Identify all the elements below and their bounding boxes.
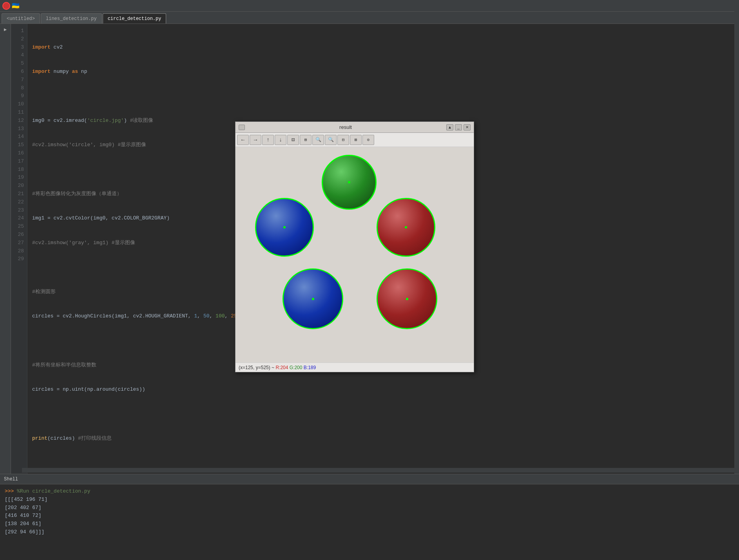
fit-window-button[interactable]: ⊡ [287, 135, 299, 145]
shell-output: [[[452 196 71] [202 402 67] [416 410 72]… [5, 496, 734, 536]
shell-section: Shell >>> %Run circle_detection.py [[[45… [0, 474, 739, 560]
shell-command: %Run circle_detection.py [17, 488, 90, 494]
result-menu-button[interactable] [239, 125, 245, 130]
code-line-18 [32, 459, 739, 467]
code-line-17: print(circles) #打印线段信息 [32, 435, 739, 443]
status-r-value: R:204 [275, 365, 288, 370]
status-b-value: B:189 [304, 365, 316, 370]
up-button[interactable]: ↑ [262, 135, 274, 145]
shell-prompt-line: >>> %Run circle_detection.py [5, 488, 734, 496]
sidebar-collapse-arrow[interactable]: ▶ [3, 25, 8, 34]
horizontal-scrollbar[interactable] [22, 468, 739, 473]
tab-untitled[interactable]: <untitled> [2, 13, 40, 24]
result-window: result ▲ _ ✕ ← → ↑ ↓ ⊡ ⊞ 🔍 🔍 ⊟ ⊠ ⊙ [235, 121, 474, 372]
code-line-16 [32, 410, 739, 418]
code-line-3 [32, 92, 739, 100]
code-line-2: import numpy as np [32, 68, 739, 76]
tab-lines-detection[interactable]: lines_detection.py [41, 13, 102, 24]
shell-content[interactable]: >>> %Run circle_detection.py [[[452 196 … [0, 484, 739, 540]
result-maximize-button[interactable]: ▲ [446, 124, 453, 130]
circle-center-dot [348, 181, 350, 183]
circle-center-dot-4 [312, 298, 314, 300]
circle-red-top [377, 198, 435, 257]
circle-center-dot-5 [406, 298, 408, 300]
back-button[interactable]: ← [237, 135, 249, 145]
circle-blue-top [255, 198, 314, 257]
status-g-value: G:200 [290, 365, 302, 370]
circle-blue-bottom [283, 268, 343, 329]
circle-center-dot-2 [283, 226, 286, 228]
result-minimize-button[interactable]: _ [455, 124, 462, 130]
circles-image [235, 147, 474, 362]
tab-circle-detection[interactable]: circle_detection.py [103, 13, 167, 24]
zoom-out-button[interactable]: 🔍 [325, 135, 337, 145]
status-coords: (x=125, y=525) ~ [239, 365, 274, 370]
down-button[interactable]: ↓ [275, 135, 286, 145]
shell-label: Shell [4, 477, 18, 482]
forward-button[interactable]: → [250, 135, 261, 145]
stop-button[interactable] [2, 2, 10, 10]
circle-center-dot-3 [405, 226, 407, 228]
fit-image-button[interactable]: ⊞ [300, 135, 312, 145]
result-toolbar: ← → ↑ ↓ ⊡ ⊞ 🔍 🔍 ⊟ ⊠ ⊙ [235, 133, 474, 147]
circle-green-top [322, 155, 377, 210]
flag-icon: 🇺🇦 [12, 2, 20, 10]
shell-header: Shell [0, 474, 739, 484]
result-window-controls: ▲ _ ✕ [446, 124, 471, 130]
result-title: result [245, 124, 446, 130]
code-line-15: circles = np.uint(np.around(circles)) [32, 386, 739, 394]
rotate-button[interactable]: ⊠ [350, 135, 362, 145]
zoom-in-button[interactable]: 🔍 [312, 135, 324, 145]
reset-zoom-button[interactable]: ⊟ [337, 135, 349, 145]
result-close-button[interactable]: ✕ [464, 124, 471, 130]
result-canvas [235, 147, 474, 362]
tab-bar: <untitled> lines_detection.py circle_det… [0, 12, 739, 24]
top-toolbar: 🇺🇦 [0, 0, 739, 12]
shell-prompt: >>> [5, 488, 14, 494]
result-titlebar: result ▲ _ ✕ [235, 122, 474, 133]
circle-red-bottom [377, 268, 437, 329]
settings-button[interactable]: ⊙ [362, 135, 374, 145]
result-status-bar: (x=125, y=525) ~ R:204 G:200 B:189 [235, 362, 474, 372]
code-line-1: import cv2 [32, 43, 739, 52]
